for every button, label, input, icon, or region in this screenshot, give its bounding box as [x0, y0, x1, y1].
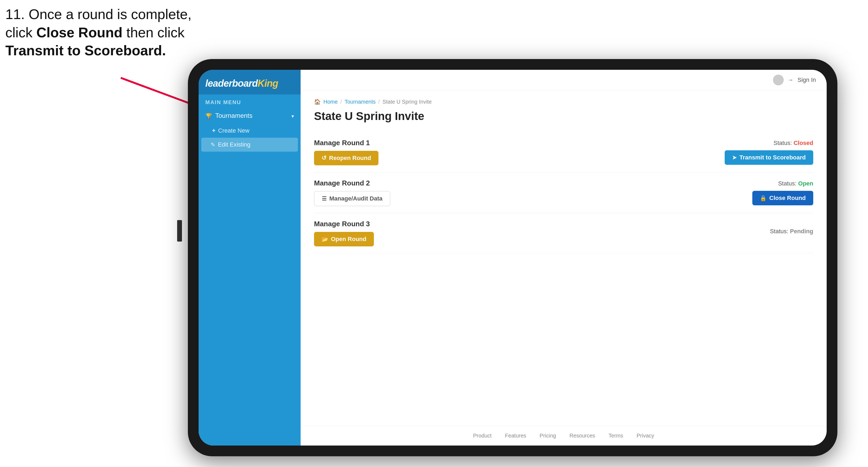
- transmit-icon: [732, 154, 737, 161]
- app-layout: leaderboardKing MAIN MENU Tournaments Cr…: [198, 70, 827, 445]
- sidebar-item-create-new[interactable]: Create New: [198, 124, 301, 138]
- round-2-title: Manage Round 2: [314, 179, 390, 187]
- instruction-text: 11. Once a round is complete, click Clos…: [5, 5, 193, 60]
- round-3-status: Status: Pending: [770, 228, 813, 235]
- trophy-icon: [205, 112, 212, 119]
- round-2-right: Status: Open Close Round: [752, 180, 813, 205]
- tablet-side-button: [177, 220, 182, 242]
- create-new-label: Create New: [218, 127, 249, 134]
- open-round-label: Open Round: [331, 236, 366, 243]
- footer-terms[interactable]: Terms: [609, 433, 623, 439]
- round-1-left: Manage Round 1 Reopen Round: [314, 139, 378, 165]
- logo-area: leaderboardKing: [198, 70, 301, 94]
- status-open-badge: Open: [798, 180, 813, 187]
- sidebar-item-tournaments[interactable]: Tournaments: [198, 107, 301, 124]
- tablet-screen: leaderboardKing MAIN MENU Tournaments Cr…: [198, 70, 827, 445]
- plus-icon: [212, 127, 216, 134]
- footer-pricing[interactable]: Pricing: [540, 433, 556, 439]
- round-3-left: Manage Round 3 Open Round: [314, 220, 374, 246]
- app-footer: Product Features Pricing Resources Terms…: [301, 426, 827, 445]
- breadcrumb-current: State U Spring Invite: [382, 99, 432, 105]
- content-area: 🏠 Home / Tournaments / State U Spring In…: [301, 90, 827, 426]
- round-3-right: Status: Pending: [770, 228, 813, 239]
- manage-audit-label: Manage/Audit Data: [329, 195, 382, 202]
- breadcrumb-home-link[interactable]: Home: [323, 99, 338, 105]
- tournaments-item-left: Tournaments: [205, 112, 253, 119]
- round-1-title: Manage Round 1: [314, 139, 378, 147]
- main-content: Sign In 🏠 Home / Tournaments / State U S…: [301, 70, 827, 445]
- round-3-title: Manage Round 3: [314, 220, 374, 228]
- reopen-round-label: Reopen Round: [329, 155, 371, 162]
- transmit-scoreboard-label: Transmit to Scoreboard: [739, 154, 806, 161]
- tablet-device: leaderboardKing MAIN MENU Tournaments Cr…: [188, 59, 837, 456]
- logo-leaderboard: leaderboard: [205, 78, 258, 89]
- breadcrumb-home: 🏠: [314, 98, 321, 105]
- main-menu-label: MAIN MENU: [198, 94, 301, 107]
- sign-in-area[interactable]: Sign In: [773, 74, 816, 85]
- footer-privacy[interactable]: Privacy: [637, 433, 654, 439]
- reopen-round-button[interactable]: Reopen Round: [314, 151, 378, 165]
- close-round-label: Close Round: [769, 195, 806, 201]
- signin-arrow-icon: [788, 76, 794, 84]
- footer-features[interactable]: Features: [505, 433, 526, 439]
- tournaments-label: Tournaments: [215, 112, 253, 119]
- round-2-status: Status: Open: [778, 180, 813, 187]
- round-1-status: Status: Closed: [774, 139, 813, 147]
- sidebar-item-edit-existing[interactable]: Edit Existing: [201, 138, 298, 152]
- close-round-button[interactable]: Close Round: [752, 191, 813, 205]
- status-pending-badge: Pending: [790, 228, 813, 235]
- audit-icon: [322, 195, 327, 202]
- round-row-3: Manage Round 3 Open Round Status: Pendin…: [314, 213, 813, 253]
- reopen-icon: [321, 155, 327, 162]
- avatar-icon: [773, 74, 784, 85]
- footer-resources[interactable]: Resources: [569, 433, 595, 439]
- sign-in-label: Sign In: [798, 76, 816, 84]
- round-2-left: Manage Round 2 Manage/Audit Data: [314, 179, 390, 206]
- manage-audit-button[interactable]: Manage/Audit Data: [314, 191, 390, 206]
- round-1-right: Status: Closed Transmit to Scoreboard: [725, 139, 813, 165]
- chevron-down-icon: [291, 112, 294, 119]
- round-row-2: Manage Round 2 Manage/Audit Data Status:…: [314, 172, 813, 213]
- footer-product[interactable]: Product: [473, 433, 492, 439]
- app-logo: leaderboardKing: [205, 78, 294, 89]
- page-title: State U Spring Invite: [314, 110, 813, 123]
- breadcrumb-tournaments-link[interactable]: Tournaments: [345, 99, 376, 105]
- status-closed-badge: Closed: [794, 139, 813, 146]
- top-bar: Sign In: [301, 70, 827, 90]
- edit-existing-label: Edit Existing: [218, 141, 250, 148]
- transmit-to-scoreboard-button[interactable]: Transmit to Scoreboard: [725, 150, 813, 165]
- round-row-1: Manage Round 1 Reopen Round Status: Clos…: [314, 132, 813, 172]
- open-round-button[interactable]: Open Round: [314, 232, 374, 246]
- sidebar: leaderboardKing MAIN MENU Tournaments Cr…: [198, 70, 301, 445]
- logo-king: King: [258, 78, 278, 89]
- breadcrumb: 🏠 Home / Tournaments / State U Spring In…: [314, 98, 813, 105]
- edit-icon: [211, 141, 215, 148]
- open-round-icon: [321, 236, 328, 243]
- close-round-icon: [760, 195, 767, 201]
